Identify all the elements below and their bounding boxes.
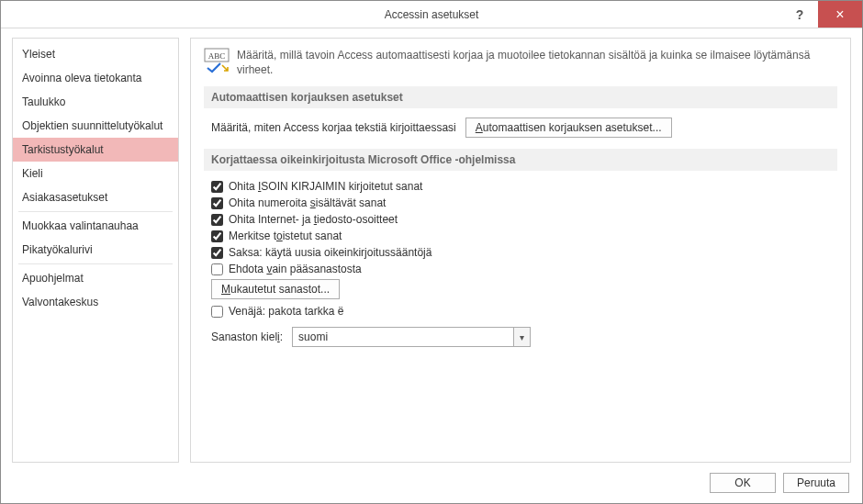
spelling-checkbox[interactable] <box>211 263 223 275</box>
intro-text: Määritä, millä tavoin Access automaattis… <box>237 48 837 77</box>
spelling-checkbox[interactable] <box>211 247 223 259</box>
dict-button-row: Mukautetut sanastot... <box>211 279 837 299</box>
sidebar-item[interactable]: Yleiset <box>13 42 178 66</box>
dictionary-language-select[interactable]: suomi ▾ <box>292 327 531 347</box>
main-panel: ABC Määritä, millä tavoin Access automaa… <box>190 38 851 463</box>
check-row: Ohita numeroita sisältävät sanat <box>211 196 837 209</box>
help-button[interactable]: ? <box>781 1 818 28</box>
sidebar-item[interactable]: Valvontakeskus <box>13 290 178 314</box>
chevron-down-icon: ▾ <box>513 328 530 346</box>
spelling-check-label[interactable]: Ohita ISOIN KIRJAIMIN kirjoitetut sanat <box>229 180 422 193</box>
spelling-checkbox[interactable] <box>211 197 223 209</box>
spelling-check-label[interactable]: Ohita Internet- ja tiedosto-osoitteet <box>229 213 398 226</box>
spelling-checkbox[interactable] <box>211 181 223 193</box>
custom-dictionaries-button-label: Mukautetut sanastot... <box>221 283 330 296</box>
sidebar-item[interactable]: Tarkistustyökalut <box>13 138 178 162</box>
autocorrect-label: Määritä, miten Access korjaa tekstiä kir… <box>211 121 456 134</box>
title-controls: ? × <box>781 1 862 28</box>
sidebar-separator <box>18 211 173 212</box>
russian-check-row: Venäjä: pakota tarkka ë <box>211 305 837 318</box>
spelling-checkbox[interactable] <box>211 230 223 242</box>
custom-dictionaries-button[interactable]: Mukautetut sanastot... <box>211 279 340 299</box>
dictionary-language-value: suomi <box>293 330 513 343</box>
section-header-spelling: Korjattaessa oikeinkirjoitusta Microsoft… <box>204 149 837 171</box>
sidebar-item[interactable]: Apuohjelmat <box>13 266 178 290</box>
dialog-footer: OK Peruuta <box>1 463 862 503</box>
sidebar-item[interactable]: Kieli <box>13 162 178 185</box>
spelling-check-label[interactable]: Merkitse toistetut sanat <box>229 230 342 242</box>
autocorrect-row: Määritä, miten Access korjaa tekstiä kir… <box>211 118 837 138</box>
spelling-checkbox[interactable] <box>211 214 223 226</box>
check-row: Ohita ISOIN KIRJAIMIN kirjoitetut sanat <box>211 180 837 193</box>
sidebar-item[interactable]: Muokkaa valintanauhaa <box>13 214 178 238</box>
autocorrect-options-button[interactable]: Automaattisen korjauksen asetukset... <box>465 118 672 138</box>
spelling-checks: Ohita ISOIN KIRJAIMIN kirjoitetut sanatO… <box>211 180 837 275</box>
sidebar-item[interactable]: Pikatyökalurivi <box>13 238 178 262</box>
sidebar-separator <box>18 263 173 264</box>
spelling-check-label[interactable]: Ohita numeroita sisältävät sanat <box>229 196 386 209</box>
sidebar-item[interactable]: Avoinna oleva tietokanta <box>13 66 178 90</box>
window-title: Accessin asetukset <box>1 8 862 21</box>
sidebar-item[interactable]: Asiakasasetukset <box>13 185 178 209</box>
check-row: Merkitse toistetut sanat <box>211 230 837 242</box>
dictionary-language-label: Sanaston kieli: <box>211 330 283 343</box>
category-sidebar: YleisetAvoinna oleva tietokantaTaulukkoO… <box>12 38 179 463</box>
abc-check-icon: ABC <box>204 48 230 73</box>
section-header-autocorrect: Automaattisen korjauksen asetukset <box>204 86 837 108</box>
sidebar-item[interactable]: Objektien suunnittelutyökalut <box>13 114 178 138</box>
close-button[interactable]: × <box>818 1 862 28</box>
autocorrect-options-button-label: Automaattisen korjauksen asetukset... <box>476 121 662 134</box>
titlebar: Accessin asetukset ? × <box>1 1 862 28</box>
cancel-button[interactable]: Peruuta <box>783 473 849 493</box>
check-row: Saksa: käytä uusia oikeinkirjoitussääntö… <box>211 246 837 259</box>
russian-strict-e-checkbox[interactable] <box>211 306 223 318</box>
spelling-check-label[interactable]: Ehdota vain pääsanastosta <box>229 263 362 275</box>
russian-strict-e-label[interactable]: Venäjä: pakota tarkka ë <box>229 305 343 318</box>
dialog-body: YleisetAvoinna oleva tietokantaTaulukkoO… <box>1 28 862 463</box>
svg-text:ABC: ABC <box>208 51 226 61</box>
intro-block: ABC Määritä, millä tavoin Access automaa… <box>204 48 837 77</box>
check-row: Ehdota vain pääsanastosta <box>211 263 837 275</box>
ok-button[interactable]: OK <box>710 473 776 493</box>
options-dialog: Accessin asetukset ? × YleisetAvoinna ol… <box>0 0 863 504</box>
check-row: Ohita Internet- ja tiedosto-osoitteet <box>211 213 837 226</box>
sidebar-item[interactable]: Taulukko <box>13 90 178 114</box>
dictionary-language-row: Sanaston kieli: suomi ▾ <box>211 327 837 347</box>
spelling-check-label[interactable]: Saksa: käytä uusia oikeinkirjoitussääntö… <box>229 246 432 259</box>
